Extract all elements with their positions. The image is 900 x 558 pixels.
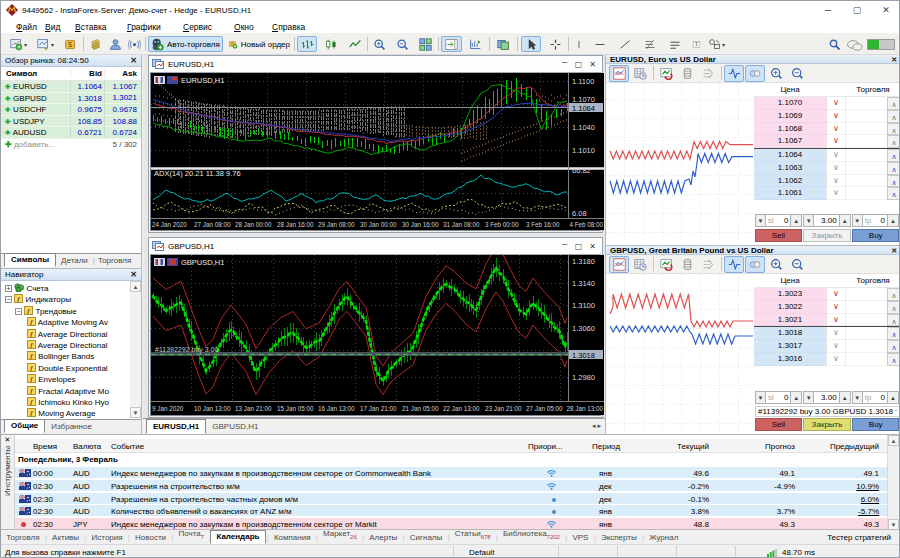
svg-text:66.82: 66.82 (572, 166, 591, 175)
svg-text:24 Jan 2020: 24 Jan 2020 (152, 221, 187, 228)
svg-text:3 Feb 16:00: 3 Feb 16:00 (526, 221, 560, 228)
svg-text:27 Jan 05:00: 27 Jan 05:00 (526, 405, 563, 412)
svg-text:27 Jan 08:00: 27 Jan 08:00 (194, 221, 231, 228)
svg-text:1.1040: 1.1040 (572, 123, 595, 132)
svg-text:1.3180: 1.3180 (572, 257, 595, 266)
svg-text:28 Jan 13:00: 28 Jan 13:00 (567, 405, 604, 412)
svg-text:13 Jan 21:00: 13 Jan 21:00 (235, 405, 272, 412)
svg-text:1.1064: 1.1064 (572, 104, 595, 113)
svg-text:ADX(14) 20.21 11.38 9.76: ADX(14) 20.21 11.38 9.76 (154, 169, 241, 178)
svg-text:1.3018: 1.3018 (572, 351, 595, 360)
svg-text:16 Jan 13:00: 16 Jan 13:00 (318, 405, 355, 412)
svg-text:22 Jan 13:00: 22 Jan 13:00 (443, 405, 480, 412)
svg-text:31 Jan 08:00: 31 Jan 08:00 (443, 221, 480, 228)
svg-text:T: T (695, 41, 698, 47)
svg-text:6.08: 6.08 (572, 209, 587, 218)
svg-text:$: $ (68, 40, 72, 49)
svg-text:1.1010: 1.1010 (572, 146, 595, 155)
svg-text:15 Jan 05:00: 15 Jan 05:00 (277, 405, 314, 412)
svg-text:1.1100: 1.1100 (572, 77, 594, 86)
svg-text:#11392292 buy 3.00: #11392292 buy 3.00 (155, 346, 218, 354)
svg-text:28 Jan 16:00: 28 Jan 16:00 (277, 221, 314, 228)
svg-text:3 Feb 00:00: 3 Feb 00:00 (485, 221, 519, 228)
svg-text:1.3060: 1.3060 (572, 324, 595, 333)
svg-text:30 Jan 16:00: 30 Jan 16:00 (402, 221, 439, 228)
svg-text:1.3100: 1.3100 (572, 301, 595, 310)
svg-text:1.2980: 1.2980 (572, 373, 595, 382)
svg-text:10 Jan 13:00: 10 Jan 13:00 (194, 405, 231, 412)
svg-text:21 Jan 05:00: 21 Jan 05:00 (402, 405, 439, 412)
svg-text:17 Jan 21:00: 17 Jan 21:00 (360, 405, 397, 412)
svg-text:28 Jan 00:00: 28 Jan 00:00 (235, 221, 272, 228)
svg-text:GBPUSD,H1: GBPUSD,H1 (181, 258, 224, 267)
svg-text:30 Jan 00:00: 30 Jan 00:00 (360, 221, 397, 228)
svg-text:29 Jan 08:00: 29 Jan 08:00 (318, 221, 355, 228)
svg-text:23 Jan 21:00: 23 Jan 21:00 (485, 405, 522, 412)
svg-text:1.3140: 1.3140 (572, 279, 595, 288)
svg-text:4 Feb 08:00: 4 Feb 08:00 (569, 221, 603, 228)
svg-text:EURUSD,H1: EURUSD,H1 (181, 76, 224, 85)
svg-text:9 Jan 2020: 9 Jan 2020 (152, 405, 184, 412)
